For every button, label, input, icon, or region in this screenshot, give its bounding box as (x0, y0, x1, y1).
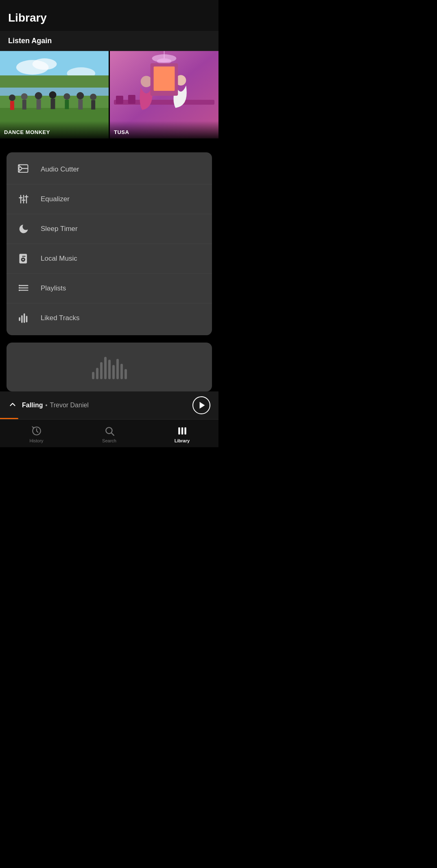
dance-monkey-label: DANCE MONKEY (0, 121, 109, 138)
menu-item-playlists[interactable]: Playlists (7, 274, 212, 303)
nav-label-library: Library (175, 438, 190, 443)
local-music-label: Local Music (41, 255, 77, 263)
svg-point-16 (63, 93, 70, 100)
second-card (7, 343, 212, 391)
menu-item-sleep-timer[interactable]: Sleep Timer (7, 214, 212, 244)
wave-bar (104, 357, 107, 379)
tusa-label: Tusa (110, 121, 218, 138)
svg-rect-65 (184, 427, 186, 434)
track-separator: • (46, 402, 48, 409)
nav-item-search[interactable]: Search (73, 420, 146, 447)
wave-bar (100, 362, 103, 379)
svg-point-20 (90, 94, 96, 100)
svg-rect-13 (37, 99, 41, 110)
expand-icon[interactable] (8, 400, 17, 411)
nav-item-history[interactable]: History (0, 420, 73, 447)
wave-bar (112, 365, 115, 379)
svg-rect-28 (116, 96, 123, 104)
menu-card: Audio Cutter Equalizer Sleep Timer (7, 152, 212, 335)
spacer-1 (0, 138, 218, 145)
moon-icon (16, 222, 31, 236)
album-card-tusa[interactable]: Tusa (110, 51, 218, 138)
svg-rect-17 (65, 100, 69, 109)
album-row: DANCE MONKEY (0, 51, 218, 138)
playlists-label: Playlists (41, 284, 66, 292)
svg-rect-21 (91, 100, 95, 110)
track-artist: Trevor Daniel (50, 402, 88, 409)
music-file-icon (16, 251, 31, 266)
menu-item-liked-tracks[interactable]: Liked Tracks (7, 303, 212, 333)
wave-bar (125, 369, 127, 379)
svg-rect-15 (51, 99, 55, 109)
svg-point-48 (22, 259, 24, 261)
menu-item-equalizer[interactable]: Equalizer (7, 185, 212, 214)
wave-bar (108, 360, 111, 379)
nav-item-library[interactable]: Library (146, 420, 218, 447)
svg-point-18 (76, 92, 84, 99)
search-icon (104, 425, 115, 437)
wave-bar (96, 368, 98, 379)
track-name: Falling (22, 402, 43, 409)
svg-rect-56 (19, 317, 20, 321)
list-icon (16, 281, 31, 296)
svg-point-14 (49, 91, 57, 99)
listen-again-title: Listen Again (8, 37, 52, 45)
audio-cutter-label: Audio Cutter (41, 165, 79, 174)
now-playing-bar[interactable]: Falling • Trevor Daniel (0, 391, 218, 419)
library-icon (177, 425, 188, 437)
svg-point-12 (35, 92, 42, 99)
svg-point-31 (141, 76, 152, 87)
svg-rect-59 (26, 316, 28, 322)
liked-tracks-label: Liked Tracks (41, 314, 79, 322)
equalizer-label: Equalizer (41, 195, 70, 203)
svg-rect-49 (22, 256, 26, 257)
sleep-timer-label: Sleep Timer (41, 225, 78, 233)
page-title: Library (8, 11, 47, 24)
wave-bar (92, 372, 94, 379)
album-card-dance-monkey[interactable]: DANCE MONKEY (0, 51, 109, 138)
svg-rect-11 (22, 100, 26, 110)
bottom-nav: History Search Library (0, 419, 218, 447)
svg-rect-19 (78, 99, 83, 110)
menu-item-local-music[interactable]: Local Music (7, 244, 212, 274)
svg-point-53 (19, 285, 20, 286)
nav-label-history: History (29, 438, 43, 443)
listen-again-section: Listen Again (0, 31, 218, 51)
svg-rect-64 (181, 427, 183, 434)
wave-bar (116, 359, 119, 379)
svg-point-39 (19, 167, 22, 170)
svg-rect-34 (154, 66, 175, 91)
menu-item-audio-cutter[interactable]: Audio Cutter (7, 155, 212, 185)
svg-rect-29 (128, 95, 135, 104)
svg-point-26 (157, 58, 172, 64)
svg-rect-57 (21, 315, 23, 323)
sliders-icon (16, 192, 31, 207)
svg-rect-9 (10, 101, 14, 110)
track-info: Falling • Trevor Daniel (22, 402, 89, 409)
svg-rect-5 (0, 75, 109, 88)
svg-point-8 (9, 94, 15, 101)
nav-label-search: Search (102, 438, 116, 443)
waveform-display (92, 355, 127, 379)
now-playing-left: Falling • Trevor Daniel (8, 400, 89, 411)
svg-marker-60 (199, 402, 205, 409)
svg-point-10 (21, 93, 28, 100)
scissors-icon (16, 162, 31, 177)
svg-rect-58 (24, 313, 25, 323)
header: Library (0, 0, 218, 31)
svg-point-54 (19, 287, 20, 289)
svg-line-62 (111, 433, 114, 435)
waveform-icon (16, 311, 31, 325)
wave-bar (120, 364, 123, 379)
history-icon (31, 425, 42, 437)
svg-point-3 (33, 58, 57, 70)
svg-rect-63 (178, 427, 180, 434)
play-button[interactable] (192, 396, 210, 414)
svg-point-55 (19, 290, 20, 291)
